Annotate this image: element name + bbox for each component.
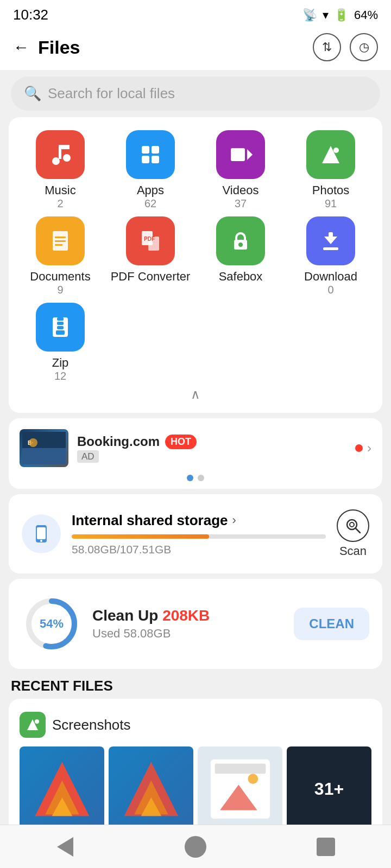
apps-label: Apps [137,183,164,197]
sort-button[interactable]: ⇅ [313,33,341,61]
safebox-icon [216,216,265,265]
recent-folder-row[interactable]: Screenshots [20,712,371,738]
collapse-icon: ∧ [191,387,200,402]
category-documents[interactable]: Documents 9 [17,216,103,296]
battery-icon: 🔋 [334,8,349,22]
status-bar: 10:32 📡 ▾ 🔋 64% [0,0,391,28]
photos-label: Photos [312,183,350,197]
nav-back-button[interactable] [49,831,81,863]
svg-rect-28 [56,330,65,335]
svg-rect-30 [22,448,66,464]
svg-point-38 [350,522,354,527]
category-download[interactable]: Download 0 [288,216,374,296]
search-input[interactable]: Search for local files [48,85,175,102]
category-card: Music 2 Apps 62 Videos [9,117,382,413]
nav-bar [0,825,391,868]
svg-rect-21 [323,247,338,250]
zip-label: Zip [52,356,69,370]
storage-title-row[interactable]: Internal shared storage › [72,512,326,529]
ad-info: Booking.com HOT AD [77,434,346,462]
cast-icon: 📡 [302,8,317,22]
category-apps[interactable]: Apps 62 [108,130,193,210]
svg-line-37 [356,528,360,533]
documents-icon [36,216,85,265]
battery-level: 64% [354,8,378,22]
category-zip[interactable]: Zip 12 [17,303,103,382]
nav-home-button[interactable] [179,831,212,863]
download-icon [306,216,355,265]
category-videos[interactable]: Videos 37 [198,130,283,210]
videos-count: 37 [235,197,247,210]
ad-dot [355,444,363,452]
page-title: Files [38,37,80,58]
header-left: ← Files [13,37,80,58]
svg-rect-6 [142,156,149,163]
svg-point-35 [40,540,42,542]
category-music[interactable]: Music 2 [17,130,103,210]
svg-marker-9 [247,149,253,160]
cleanup-used: Used 58.08GB [92,627,171,640]
category-safebox[interactable]: Safebox [198,216,283,296]
thumbnail-3[interactable] [198,746,282,831]
svg-rect-34 [37,527,46,539]
clean-button[interactable]: CLEAN [294,608,369,640]
storage-info: Internal shared storage › 58.08GB/107.51… [72,512,326,556]
documents-count: 9 [57,284,63,296]
scan-icon [337,509,369,542]
donut-chart: 54% [22,594,81,654]
home-nav-icon [185,836,206,858]
category-grid: Music 2 Apps 62 Videos [17,130,374,382]
ad-title-row: Booking.com HOT [77,434,346,449]
ad-dot-2[interactable] [198,475,204,481]
ad-dot-1[interactable] [187,475,193,481]
svg-point-1 [63,154,71,162]
recent-files-title: RECENT FILES [11,678,113,694]
scan-button[interactable]: Scan [337,509,369,558]
svg-rect-14 [55,240,66,242]
storage-title: Internal shared storage [72,512,228,529]
svg-rect-15 [55,244,62,246]
svg-rect-13 [55,237,66,238]
more-count: 31+ [287,746,371,831]
status-icons: 📡 ▾ 🔋 64% [302,8,378,22]
music-icon [36,130,85,179]
pdf-icon: PDF [126,216,175,265]
search-bar[interactable]: 🔍 Search for local files [11,76,380,111]
collapse-button[interactable]: ∧ [17,382,374,404]
phone-icon [22,514,61,553]
nav-recents-button[interactable] [310,831,342,863]
history-button[interactable]: ◷ [350,33,378,61]
donut-percent: 54% [40,617,64,631]
svg-rect-23 [329,232,333,242]
ad-chevron-icon[interactable]: › [367,441,371,456]
thumbnail-2[interactable] [109,746,193,831]
svg-point-32 [29,438,37,447]
folder-icon [20,712,46,738]
svg-rect-26 [57,322,64,325]
cleanup-title: Clean Up 208KB [92,607,283,624]
apps-icon [126,130,175,179]
cleanup-title-text: Clean Up [92,607,162,624]
pdf-label: PDF Converter [111,270,191,284]
sort-icon: ⇅ [322,40,332,54]
svg-rect-50 [215,763,266,774]
storage-chevron-icon: › [232,513,236,527]
recent-card: Screenshots [9,699,382,842]
category-pdf[interactable]: PDF PDF Converter [108,216,193,296]
documents-label: Documents [30,270,90,284]
ad-card: B· Booking.com HOT AD › [9,418,382,489]
ad-label: AD [77,450,99,463]
cleanup-card: 54% Clean Up 208KB Used 58.08GB CLEAN [9,579,382,669]
category-photos[interactable]: Photos 91 [288,130,374,210]
photos-icon [306,130,355,179]
scan-label: Scan [339,544,367,558]
safebox-label: Safebox [219,270,263,284]
thumbnail-more[interactable]: 31+ [287,746,371,831]
history-icon: ◷ [359,40,369,54]
storage-bar [72,534,326,539]
thumbnail-1[interactable] [20,746,104,831]
ad-pagination [20,475,371,481]
hot-badge: HOT [165,435,197,449]
cleanup-info: Clean Up 208KB Used 58.08GB [92,607,283,641]
back-button[interactable]: ← [13,38,29,56]
